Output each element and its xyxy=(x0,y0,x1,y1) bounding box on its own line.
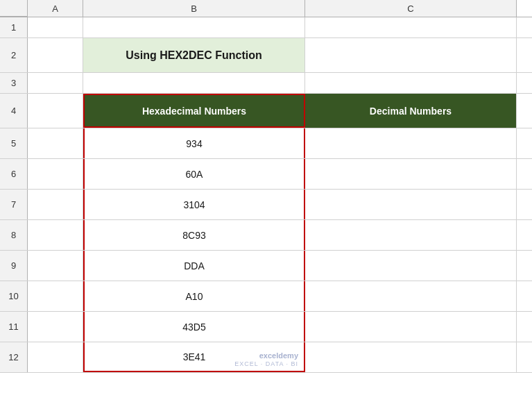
row-header-11: 11 xyxy=(0,312,28,342)
row-2: 2 Using HEX2DEC Function xyxy=(0,38,532,73)
cell-4a xyxy=(28,94,83,128)
row-6: 6 60A xyxy=(0,159,532,190)
cell-10a xyxy=(28,281,83,311)
rows-container: 1 2 Using HEX2DEC Function 3 4 Hexadecim… xyxy=(0,17,532,418)
cell-12b: 3E41 exceldemy EXCEL · DATA · BI xyxy=(83,342,305,372)
col-header-b: B xyxy=(83,0,305,17)
cell-1c xyxy=(305,17,517,37)
cell-7a xyxy=(28,190,83,219)
cell-9b: DDA xyxy=(83,251,305,281)
cell-6c xyxy=(305,159,517,189)
cell-12a xyxy=(28,342,83,372)
cell-6b: 60A xyxy=(83,159,305,189)
cell-6a xyxy=(28,159,83,189)
row-header-9: 9 xyxy=(0,251,28,281)
spreadsheet: A B C 1 2 Using HEX2DEC Function 3 4 xyxy=(0,0,532,418)
cell-5c xyxy=(305,128,517,158)
row-header-3: 3 xyxy=(0,73,28,93)
cell-3a xyxy=(28,73,83,93)
cell-10b: A10 xyxy=(83,281,305,311)
cell-11a xyxy=(28,312,83,342)
row-5: 5 934 xyxy=(0,128,532,159)
cell-8a xyxy=(28,220,83,250)
cell-12c xyxy=(305,342,517,372)
cell-1a xyxy=(28,17,83,37)
row-1: 1 xyxy=(0,17,532,38)
row-header-6: 6 xyxy=(0,159,28,189)
watermark: exceldemy EXCEL · DATA · BI xyxy=(234,351,298,368)
cell-2c xyxy=(305,38,517,72)
cell-5a xyxy=(28,128,83,158)
row-header-10: 10 xyxy=(0,281,28,311)
row-header-8: 8 xyxy=(0,220,28,250)
row-header-2: 2 xyxy=(0,38,28,72)
header-dec: Decimal Numbers xyxy=(305,94,517,128)
cell-7c xyxy=(305,190,517,219)
hex-value-12: 3E41 xyxy=(183,351,206,362)
row-header-4: 4 xyxy=(0,94,28,128)
cell-2a xyxy=(28,38,83,72)
cell-11b: 43D5 xyxy=(83,312,305,342)
row-8: 8 8C93 xyxy=(0,220,532,251)
cell-3b xyxy=(83,73,305,93)
row-9: 9 DDA xyxy=(0,251,532,281)
cell-7b: 3104 xyxy=(83,190,305,219)
cell-8b: 8C93 xyxy=(83,220,305,250)
row-10: 10 A10 xyxy=(0,281,532,312)
header-hex: Hexadecimal Numbers xyxy=(83,94,305,128)
row-header-5: 5 xyxy=(0,128,28,158)
row-header-1: 1 xyxy=(0,17,28,37)
row-11: 11 43D5 xyxy=(0,312,532,342)
cell-9c xyxy=(305,251,517,281)
watermark-line1: exceldemy xyxy=(259,351,298,360)
corner-cell xyxy=(0,0,28,17)
row-3: 3 xyxy=(0,73,532,94)
row-header-7: 7 xyxy=(0,190,28,219)
cell-1b xyxy=(83,17,305,37)
cell-10c xyxy=(305,281,517,311)
row-4: 4 Hexadecimal Numbers Decimal Numbers xyxy=(0,94,532,128)
column-headers: A B C xyxy=(0,0,532,17)
row-7: 7 3104 xyxy=(0,190,532,220)
cell-5b: 934 xyxy=(83,128,305,158)
col-header-a: A xyxy=(28,0,83,17)
title-cell: Using HEX2DEC Function xyxy=(83,38,305,72)
row-header-12: 12 xyxy=(0,342,28,372)
col-header-c: C xyxy=(305,0,517,17)
cell-8c xyxy=(305,220,517,250)
row-12: 12 3E41 exceldemy EXCEL · DATA · BI xyxy=(0,342,532,373)
cell-11c xyxy=(305,312,517,342)
cell-9a xyxy=(28,251,83,281)
watermark-line2: EXCEL · DATA · BI xyxy=(234,360,298,368)
cell-3c xyxy=(305,73,517,93)
